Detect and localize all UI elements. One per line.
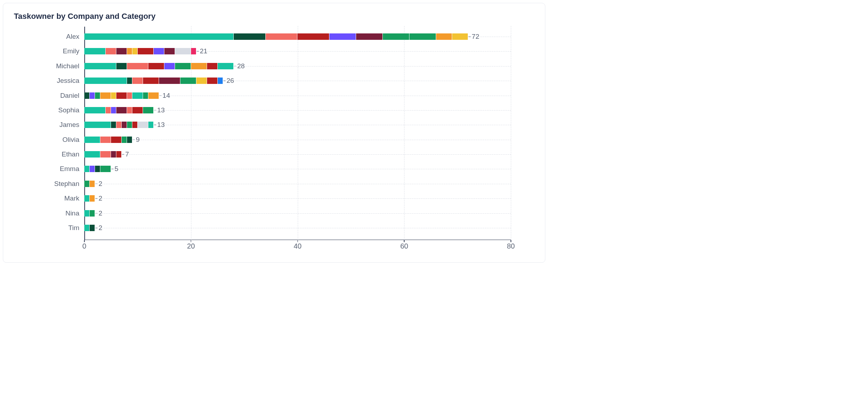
bar-segment[interactable] xyxy=(84,33,233,40)
bar-segment[interactable] xyxy=(84,137,100,143)
grid-vertical xyxy=(191,26,191,240)
bar-row xyxy=(84,137,132,143)
bar-segment[interactable] xyxy=(132,48,137,54)
bar-segment[interactable] xyxy=(329,33,356,40)
bar-segment[interactable] xyxy=(383,33,409,40)
bar-segment[interactable] xyxy=(90,92,95,99)
bar-segment[interactable] xyxy=(143,107,153,113)
bar-segment[interactable] xyxy=(100,166,111,172)
bar-segment[interactable] xyxy=(207,78,217,84)
bar-segment[interactable] xyxy=(127,63,148,69)
bar-total-label: 5 xyxy=(115,165,118,173)
bar-row xyxy=(84,166,111,172)
bar-segment[interactable] xyxy=(191,63,207,69)
bar-segment[interactable] xyxy=(122,137,127,143)
bar-segment[interactable] xyxy=(154,48,164,54)
bar-segment[interactable] xyxy=(111,122,116,128)
bar-segment[interactable] xyxy=(127,92,132,99)
bar-segment[interactable] xyxy=(84,92,89,99)
bar-segment[interactable] xyxy=(175,63,191,69)
bar-segment[interactable] xyxy=(148,92,159,99)
bar-segment[interactable] xyxy=(106,107,111,113)
bar-segment[interactable] xyxy=(90,210,95,217)
bar-row xyxy=(84,48,196,54)
bar-segment[interactable] xyxy=(132,122,137,128)
bar-segment[interactable] xyxy=(100,92,111,99)
bar-segment[interactable] xyxy=(138,48,153,54)
bar-segment[interactable] xyxy=(84,225,89,231)
bar-segment[interactable] xyxy=(164,48,175,54)
bar-segment[interactable] xyxy=(132,107,143,113)
bar-segment[interactable] xyxy=(175,48,191,54)
bar-segment[interactable] xyxy=(122,122,127,128)
bar-segment[interactable] xyxy=(84,107,105,113)
bar-row xyxy=(84,107,153,113)
bar-segment[interactable] xyxy=(116,63,127,69)
bar-segment[interactable] xyxy=(95,92,100,99)
bar-segment[interactable] xyxy=(95,166,100,172)
bar-segment[interactable] xyxy=(148,122,153,128)
bar-segment[interactable] xyxy=(436,33,452,40)
bar-segment[interactable] xyxy=(111,137,121,143)
bar-segment[interactable] xyxy=(159,78,180,84)
bar-segment[interactable] xyxy=(111,107,116,113)
bar-segment[interactable] xyxy=(218,63,233,69)
bar-total-label: 72 xyxy=(472,33,479,41)
bar-segment[interactable] xyxy=(132,92,143,99)
bar-segment[interactable] xyxy=(143,78,159,84)
bar-segment[interactable] xyxy=(218,78,223,84)
category-label: Emma xyxy=(60,165,79,173)
bar-segment[interactable] xyxy=(90,166,95,172)
bar-segment[interactable] xyxy=(266,33,297,40)
bar-segment[interactable] xyxy=(297,33,329,40)
bar-segment[interactable] xyxy=(164,63,175,69)
bar-total-label: 21 xyxy=(200,47,207,55)
bar-segment[interactable] xyxy=(127,107,132,113)
chart-title: Taskowner by Company and Category xyxy=(14,12,532,21)
bar-segment[interactable] xyxy=(191,48,196,54)
bar-segment[interactable] xyxy=(84,122,111,128)
bar-total-label: 2 xyxy=(99,209,102,217)
bar-segment[interactable] xyxy=(84,195,89,202)
bar-segment[interactable] xyxy=(207,63,217,69)
bar-segment[interactable] xyxy=(116,48,127,54)
bar-segment[interactable] xyxy=(127,48,132,54)
bar-segment[interactable] xyxy=(111,151,116,158)
bar-row xyxy=(84,151,121,158)
bar-total-label: 2 xyxy=(99,180,102,188)
bar-segment[interactable] xyxy=(84,48,105,54)
bar-segment[interactable] xyxy=(90,195,95,202)
bar-segment[interactable] xyxy=(143,92,148,99)
bar-segment[interactable] xyxy=(106,48,116,54)
bar-segment[interactable] xyxy=(180,78,196,84)
bar-segment[interactable] xyxy=(90,181,95,187)
bar-segment[interactable] xyxy=(234,33,265,40)
bar-segment[interactable] xyxy=(127,137,132,143)
bar-segment[interactable] xyxy=(116,92,127,99)
bar-segment[interactable] xyxy=(148,63,164,69)
bar-segment[interactable] xyxy=(84,166,89,172)
bar-segment[interactable] xyxy=(452,33,468,40)
bar-segment[interactable] xyxy=(84,78,127,84)
bar-segment[interactable] xyxy=(100,137,111,143)
bar-segment[interactable] xyxy=(116,122,121,128)
bar-segment[interactable] xyxy=(84,181,89,187)
bar-segment[interactable] xyxy=(127,78,132,84)
bar-segment[interactable] xyxy=(138,122,148,128)
bar-segment[interactable] xyxy=(409,33,436,40)
bar-segment[interactable] xyxy=(84,210,89,217)
bar-segment[interactable] xyxy=(111,92,116,99)
bar-segment[interactable] xyxy=(127,122,132,128)
bar-segment[interactable] xyxy=(84,63,116,69)
grid-horizontal xyxy=(84,140,511,140)
grid-horizontal xyxy=(84,154,511,155)
bar-segment[interactable] xyxy=(356,33,382,40)
bar-segment[interactable] xyxy=(84,151,100,158)
bar-segment[interactable] xyxy=(90,225,95,231)
bar-segment[interactable] xyxy=(196,78,207,84)
bar-segment[interactable] xyxy=(116,107,127,113)
bar-row xyxy=(84,210,95,217)
bar-segment[interactable] xyxy=(100,151,111,158)
bar-segment[interactable] xyxy=(132,78,143,84)
bar-segment[interactable] xyxy=(116,151,121,158)
